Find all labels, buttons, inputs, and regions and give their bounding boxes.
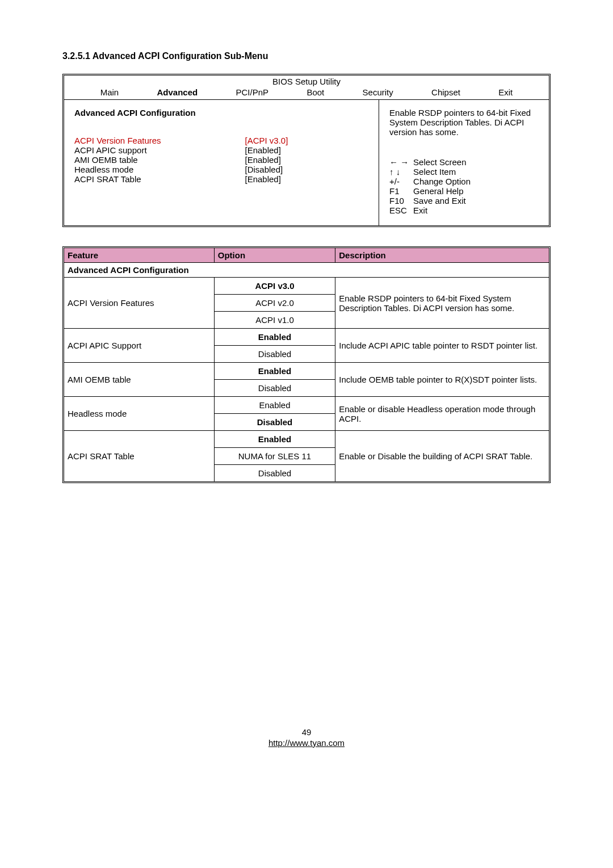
setting-value[interactable]: [Enabled] <box>245 155 369 165</box>
description-cell: Enable RSDP pointers to 64-bit Fixed Sys… <box>335 278 549 328</box>
option-value: Enabled <box>215 431 335 448</box>
menu-tab-main[interactable]: Main <box>96 87 124 97</box>
bios-left-panel: Advanced ACPI Configuration ACPI Version… <box>64 100 379 225</box>
key-symbol: ↑ ↓ <box>389 167 413 177</box>
bios-title: BIOS Setup Utility <box>64 76 549 87</box>
bios-menu: MainAdvancedPCI/PnPBootSecurityChipsetEx… <box>64 87 549 100</box>
table-row: ACPI APIC SupportEnabledDisabledInclude … <box>64 329 549 363</box>
table-section: Advanced ACPI Configuration <box>64 262 549 278</box>
key-row: ← →Select Screen <box>389 157 539 167</box>
key-action: Save and Exit <box>413 196 466 206</box>
th-description: Description <box>335 248 549 262</box>
option-value: Disabled <box>215 414 335 430</box>
key-action: Exit <box>413 206 427 215</box>
table-row: AMI OEMB tableEnabledDisabledInclude OEM… <box>64 363 549 397</box>
key-action: Select Item <box>413 167 456 177</box>
table-row: Headless modeEnabledDisabledEnable or di… <box>64 397 549 431</box>
options-cell: EnabledDisabled <box>215 397 336 430</box>
menu-tab-exit[interactable]: Exit <box>494 87 517 97</box>
option-value: Disabled <box>215 346 335 362</box>
bios-right-panel: Enable RSDP pointers to 64-bit Fixed Sys… <box>379 100 549 225</box>
table-row: ACPI SRAT TableEnabledNUMA for SLES 11Di… <box>64 431 549 481</box>
setting-label[interactable]: ACPI APIC support <box>74 145 245 155</box>
section-heading: 3.2.5.1 Advanced ACPI Configuration Sub-… <box>62 51 551 61</box>
options-cell: ACPI v3.0ACPI v2.0ACPI v1.0 <box>215 278 336 328</box>
setting-value[interactable]: [Disabled] <box>245 165 369 174</box>
description-cell: Enable or disable Headless operation mod… <box>335 397 549 430</box>
key-row: +/-Change Option <box>389 177 539 186</box>
option-value: Disabled <box>215 380 335 396</box>
table-row: ACPI Version FeaturesACPI v3.0ACPI v2.0A… <box>64 278 549 329</box>
page-number: 49 <box>62 727 551 737</box>
key-action: Change Option <box>413 177 471 186</box>
description-cell: Enable or Disable the building of ACPI S… <box>335 431 549 481</box>
settings-labels: ACPI Version FeaturesACPI APIC supportAM… <box>74 136 245 184</box>
options-cell: EnabledDisabled <box>215 329 336 362</box>
feature-cell: AMI OEMB table <box>64 363 215 396</box>
table-header-row: Feature Option Description <box>64 248 549 262</box>
setting-label[interactable]: Headless mode <box>74 165 245 174</box>
feature-cell: ACPI SRAT Table <box>64 431 215 481</box>
setting-value[interactable]: [ACPI v3.0] <box>245 136 369 145</box>
option-value: Enabled <box>215 397 335 414</box>
menu-tab-advanced[interactable]: Advanced <box>153 87 203 97</box>
description-cell: Include OEMB table pointer to R(X)SDT po… <box>335 363 549 396</box>
menu-tab-boot[interactable]: Boot <box>302 87 329 97</box>
page-footer: 49 http://www.tyan.com <box>62 727 551 748</box>
key-legend: ← →Select Screen↑ ↓Select Item+/-Change … <box>389 157 539 215</box>
setting-label[interactable]: ACPI Version Features <box>74 136 245 145</box>
menu-tab-chipset[interactable]: Chipset <box>427 87 465 97</box>
option-value: Disabled <box>215 465 335 481</box>
feature-cell: Headless mode <box>64 397 215 430</box>
option-value: Enabled <box>215 363 335 380</box>
options-cell: EnabledNUMA for SLES 11Disabled <box>215 431 336 481</box>
feature-cell: ACPI Version Features <box>64 278 215 328</box>
key-symbol: F10 <box>389 196 413 206</box>
key-symbol: ESC <box>389 206 413 215</box>
key-action: General Help <box>413 186 463 196</box>
menu-tab-pci-pnp[interactable]: PCI/PnP <box>232 87 274 97</box>
description-cell: Include ACPI APIC table pointer to RSDT … <box>335 329 549 362</box>
menu-tab-security[interactable]: Security <box>358 87 398 97</box>
footer-url: http://www.tyan.com <box>62 738 551 748</box>
options-cell: EnabledDisabled <box>215 363 336 396</box>
setting-value[interactable]: [Enabled] <box>245 174 369 184</box>
table-body: ACPI Version FeaturesACPI v3.0ACPI v2.0A… <box>64 278 549 481</box>
key-symbol: ← → <box>389 157 413 167</box>
feature-cell: ACPI APIC Support <box>64 329 215 362</box>
help-text: Enable RSDP pointers to 64-bit Fixed Sys… <box>389 108 539 137</box>
feature-table: Feature Option Description Advanced ACPI… <box>62 246 551 483</box>
key-row: ↑ ↓Select Item <box>389 167 539 177</box>
key-row: F1General Help <box>389 186 539 196</box>
key-action: Select Screen <box>413 157 466 167</box>
option-value: ACPI v3.0 <box>215 278 335 295</box>
setting-label[interactable]: AMI OEMB table <box>74 155 245 165</box>
key-symbol: F1 <box>389 186 413 196</box>
option-value: ACPI v2.0 <box>215 295 335 312</box>
option-value: Enabled <box>215 329 335 346</box>
key-symbol: +/- <box>389 177 413 186</box>
bios-subtitle: Advanced ACPI Configuration <box>74 108 368 118</box>
key-row: F10Save and Exit <box>389 196 539 206</box>
bios-setup-box: BIOS Setup Utility MainAdvancedPCI/PnPBo… <box>62 74 551 227</box>
option-value: NUMA for SLES 11 <box>215 448 335 465</box>
th-option: Option <box>215 248 336 262</box>
th-feature: Feature <box>64 248 215 262</box>
key-row: ESCExit <box>389 206 539 215</box>
setting-label[interactable]: ACPI SRAT Table <box>74 174 245 184</box>
option-value: ACPI v1.0 <box>215 312 335 328</box>
setting-value[interactable]: [Enabled] <box>245 145 369 155</box>
settings-values: [ACPI v3.0][Enabled][Enabled][Disabled][… <box>245 136 369 184</box>
